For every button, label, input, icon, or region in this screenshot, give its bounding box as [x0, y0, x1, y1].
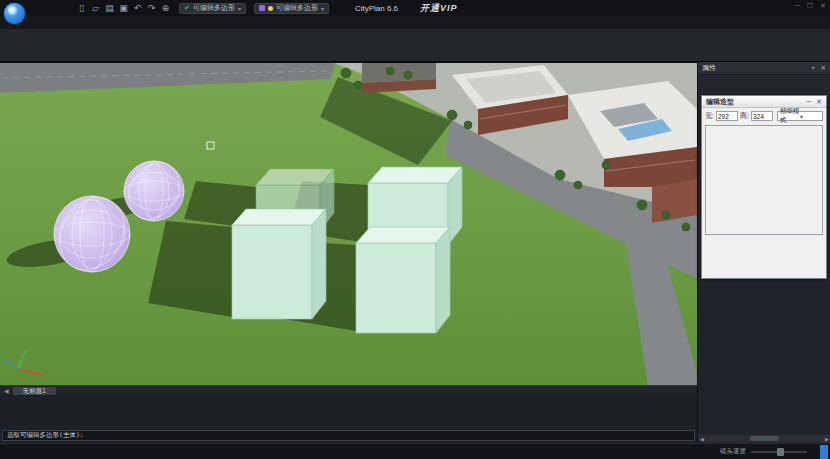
table-horizontal-scrollbar[interactable]: ◀ ▶	[698, 435, 830, 442]
bulb-icon	[268, 6, 273, 11]
check-icon: ✔	[184, 4, 190, 12]
scroll-left-icon[interactable]: ◀	[698, 436, 706, 442]
new-file-icon[interactable]: ▯	[76, 3, 87, 13]
mint-box-3[interactable]	[356, 227, 450, 333]
camera-speed-label: 镜头速度	[720, 447, 746, 456]
sync-icon[interactable]: ⊕	[160, 3, 171, 13]
quick-access-toolbar: ▯▱▤▣↶↷⊕	[76, 3, 171, 13]
entity-color-icon	[259, 5, 265, 11]
status-bar: 镜头速度	[0, 443, 830, 459]
chevron-down-icon: ▾	[321, 5, 324, 12]
width-label: 宽:	[705, 111, 714, 121]
redo-icon[interactable]: ↷	[146, 3, 157, 13]
command-history[interactable]	[0, 395, 697, 430]
command-tab[interactable]: 无标题1	[13, 387, 56, 395]
command-input[interactable]: 选取可编辑多边形(主体):	[2, 430, 695, 441]
slider-handle[interactable]	[777, 448, 784, 456]
app-logo-icon[interactable]	[3, 2, 26, 25]
command-prompt: 选取可编辑多边形(主体):	[7, 431, 84, 440]
statistics-table	[698, 281, 830, 434]
camera-speed-slider[interactable]	[751, 451, 807, 453]
chevron-down-icon: ▾	[238, 5, 241, 12]
height-label: 高:	[740, 111, 749, 121]
selection-filter-combo[interactable]: ✔ 可编辑多边形 ▾	[179, 3, 246, 14]
dialog-constraints-row	[702, 238, 826, 244]
properties-panel: 属性 ⌖ ✕ 编辑造型 ─ ✕ 宽: 高: 精细模式 ▾	[697, 62, 830, 443]
minimize-icon[interactable]: ─	[806, 98, 811, 105]
dialog-title: 编辑造型	[706, 97, 801, 107]
command-panel: ◀ 无标题1 选取可编辑多边形(主体):	[0, 385, 697, 443]
width-field[interactable]	[716, 111, 738, 121]
close-icon[interactable]: ✕	[820, 64, 826, 72]
scroll-left-icon[interactable]: ◀	[4, 387, 9, 394]
app-title: CityPlan 6.6	[355, 4, 398, 13]
minimize-icon[interactable]: ─	[795, 2, 800, 10]
close-icon[interactable]: ✕	[820, 2, 826, 10]
viewport-3d[interactable]	[0, 62, 697, 385]
save-all-icon[interactable]: ▣	[118, 3, 129, 13]
maximize-icon[interactable]: ☐	[807, 2, 813, 10]
app-window: ▯▱▤▣↶↷⊕ ✔ 可编辑多边形 ▾ 可编辑多边形 ▾ CityPlan 6.6…	[0, 0, 830, 459]
mint-box-2[interactable]	[232, 209, 326, 319]
building-block-top[interactable]	[362, 63, 436, 93]
height-field[interactable]	[751, 111, 773, 121]
dialog-tool-grid	[705, 125, 823, 235]
combo-value: 可编辑多边形	[193, 3, 235, 13]
scrollbar-thumb[interactable]	[750, 436, 778, 441]
edit-model-dialog: 编辑造型 ─ ✕ 宽: 高: 精细模式 ▾	[701, 95, 827, 279]
resize-grip[interactable]	[820, 445, 828, 459]
undo-icon[interactable]: ↶	[132, 3, 143, 13]
open-file-icon[interactable]: ▱	[90, 3, 101, 13]
mode-select[interactable]: 精细模式 ▾	[777, 111, 823, 121]
save-icon[interactable]: ▤	[104, 3, 115, 13]
combo-value: 可编辑多边形	[276, 3, 318, 13]
titlebar: ▯▱▤▣↶↷⊕ ✔ 可编辑多边形 ▾ 可编辑多边形 ▾ CityPlan 6.6…	[0, 0, 830, 16]
vip-upgrade-button[interactable]: 开通VIP	[420, 2, 458, 15]
window-controls: ─☐✕	[795, 2, 826, 10]
chevron-down-icon: ▾	[800, 113, 820, 120]
pin-icon[interactable]: ⌖	[811, 64, 815, 72]
scroll-right-icon[interactable]: ▶	[823, 436, 830, 442]
ribbon-toolbar	[0, 29, 830, 62]
close-icon[interactable]: ✕	[816, 98, 822, 106]
panel-title: 属性	[702, 63, 806, 73]
menu-bar	[36, 16, 826, 29]
snap-filter-combo[interactable]: 可编辑多边形 ▾	[254, 3, 329, 14]
